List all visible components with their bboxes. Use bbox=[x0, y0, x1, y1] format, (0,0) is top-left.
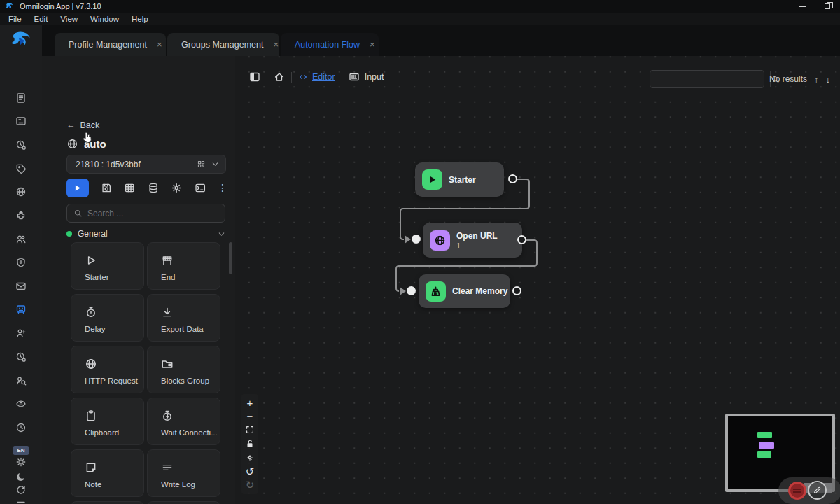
block-card-http-request[interactable]: HTTP Request bbox=[71, 346, 144, 393]
find-prev-icon[interactable]: ↑ bbox=[814, 74, 819, 85]
menubar: File Edit View Window Help bbox=[0, 13, 840, 25]
preview-eye-icon[interactable] bbox=[15, 398, 27, 410]
block-card-write-log[interactable]: Write Log bbox=[147, 449, 220, 497]
team-users-icon[interactable] bbox=[15, 234, 27, 245]
finish-gate-icon bbox=[161, 254, 174, 267]
tags-icon[interactable] bbox=[15, 163, 27, 174]
minimize-button[interactable] bbox=[799, 6, 806, 7]
block-label: Export Data bbox=[161, 325, 218, 333]
canvas-toolbar: Editor Input bbox=[249, 71, 384, 83]
app-title: Omnilogin App | v7.3.10 bbox=[20, 2, 102, 10]
block-card-starter[interactable]: Starter bbox=[71, 242, 144, 290]
history-clock-icon[interactable] bbox=[15, 422, 27, 433]
gear-small-icon bbox=[246, 454, 254, 462]
security-shield-icon[interactable] bbox=[15, 257, 27, 268]
settings-gear-icon[interactable] bbox=[171, 182, 182, 194]
tab-automation-flow[interactable]: Automation Flow × bbox=[281, 33, 379, 56]
menu-file[interactable]: File bbox=[2, 15, 28, 23]
save-icon[interactable] bbox=[101, 182, 112, 194]
tab-label: Profile Management bbox=[69, 40, 147, 50]
groups-card-icon[interactable] bbox=[15, 115, 27, 127]
user-search-icon[interactable] bbox=[15, 375, 27, 386]
block-card-wait-connection[interactable]: Wait Connecti... bbox=[147, 398, 220, 445]
node-clear-memory-input-port[interactable] bbox=[407, 286, 416, 295]
sidebar: EN bbox=[0, 25, 42, 504]
search-icon bbox=[74, 209, 83, 218]
home-icon[interactable] bbox=[274, 71, 285, 83]
panel-toggle-icon[interactable] bbox=[249, 71, 260, 83]
menu-help[interactable]: Help bbox=[125, 15, 155, 23]
block-search-input[interactable] bbox=[88, 209, 214, 218]
breadcrumb-input[interactable]: Input bbox=[349, 71, 384, 83]
table-icon[interactable] bbox=[124, 182, 135, 194]
section-general[interactable]: General bbox=[66, 228, 226, 239]
block-label: Write Log bbox=[161, 480, 218, 489]
node-clear-memory[interactable]: Clear Memory bbox=[419, 274, 510, 308]
profile-selector[interactable]: 21810 : 1d5v3bbf bbox=[66, 155, 226, 174]
invite-user-plus-icon[interactable] bbox=[15, 328, 27, 339]
automation-bot-icon[interactable] bbox=[15, 304, 27, 315]
panel-scrollbar[interactable] bbox=[229, 242, 232, 274]
stopwatch-icon bbox=[85, 306, 97, 318]
block-card-clear-memory[interactable]: Clear Memory bbox=[71, 501, 144, 504]
network-globe-icon[interactable] bbox=[15, 186, 27, 197]
redo-button[interactable]: ↻ bbox=[241, 479, 258, 491]
menu-view[interactable]: View bbox=[54, 15, 84, 23]
record-button[interactable] bbox=[788, 482, 806, 500]
theme-moon-icon[interactable] bbox=[15, 471, 27, 482]
auto-layout-button[interactable] bbox=[241, 451, 258, 464]
language-badge[interactable]: EN bbox=[13, 446, 29, 455]
titlebar: Omnilogin App | v7.3.10 bbox=[0, 0, 840, 13]
tab-profile-management[interactable]: Profile Management × bbox=[55, 33, 166, 56]
stopwatch-bolt-icon bbox=[161, 410, 174, 422]
schedule-clock-gear-icon[interactable] bbox=[15, 351, 27, 363]
node-starter[interactable]: Starter bbox=[415, 162, 504, 197]
close-icon[interactable]: × bbox=[370, 39, 375, 50]
profile-selector-value: 21810 : 1d5v3bbf bbox=[76, 160, 197, 169]
lock-button[interactable] bbox=[241, 438, 258, 450]
block-card-export-data[interactable]: Export Data bbox=[147, 294, 220, 342]
block-card-delay[interactable]: Delay bbox=[71, 294, 144, 342]
pencil-icon bbox=[813, 486, 822, 495]
menu-window[interactable]: Window bbox=[84, 15, 125, 23]
block-card-image-search[interactable]: Image Search bbox=[147, 501, 220, 504]
block-card-end[interactable]: End bbox=[147, 242, 220, 290]
mail-icon[interactable] bbox=[15, 281, 27, 292]
profiles-doc-icon[interactable] bbox=[15, 92, 27, 104]
settings-gear-icon[interactable] bbox=[15, 456, 27, 468]
breadcrumb-editor[interactable]: Editor bbox=[298, 72, 335, 82]
block-card-clipboard[interactable]: Clipboard bbox=[71, 398, 144, 445]
terminal-icon[interactable] bbox=[195, 182, 206, 194]
sync-icon[interactable] bbox=[15, 484, 27, 496]
back-button[interactable]: ← Back bbox=[66, 120, 99, 130]
zoom-out-button[interactable]: − bbox=[241, 410, 258, 422]
block-label: Wait Connecti... bbox=[161, 428, 218, 437]
restore-button[interactable] bbox=[825, 4, 830, 9]
edit-pencil-button[interactable] bbox=[808, 481, 827, 500]
run-button[interactable] bbox=[66, 178, 89, 197]
close-icon[interactable]: × bbox=[273, 39, 279, 50]
logs-list-icon[interactable] bbox=[15, 499, 27, 504]
more-options-icon[interactable]: ⋮ bbox=[218, 182, 227, 193]
wire-arrow-icon bbox=[400, 287, 406, 295]
find-input[interactable] bbox=[650, 71, 770, 88]
node-open-url-input-port[interactable] bbox=[412, 234, 421, 244]
tab-groups-management[interactable]: Groups Management × bbox=[167, 33, 279, 56]
extensions-puzzle-icon[interactable] bbox=[15, 210, 27, 221]
node-open-url-output-port[interactable] bbox=[517, 235, 526, 244]
fit-view-button[interactable] bbox=[241, 424, 258, 436]
undo-button[interactable]: ↺ bbox=[241, 465, 258, 478]
block-card-blocks-group[interactable]: Blocks Group bbox=[147, 346, 220, 393]
fit-view-icon bbox=[245, 425, 255, 435]
database-icon[interactable] bbox=[148, 182, 159, 194]
menu-edit[interactable]: Edit bbox=[28, 15, 55, 23]
node-open-url[interactable]: Open URL 1 bbox=[423, 223, 522, 258]
find-next-icon[interactable]: ↓ bbox=[826, 74, 831, 85]
close-icon[interactable]: × bbox=[157, 39, 162, 50]
node-clear-memory-output-port[interactable] bbox=[512, 286, 522, 295]
proxy-clock-gear-icon[interactable] bbox=[15, 139, 27, 150]
block-card-note[interactable]: Note bbox=[71, 449, 144, 497]
clipboard-icon bbox=[85, 410, 97, 422]
node-starter-output-port[interactable] bbox=[508, 174, 517, 183]
zoom-in-button[interactable]: + bbox=[241, 396, 258, 409]
